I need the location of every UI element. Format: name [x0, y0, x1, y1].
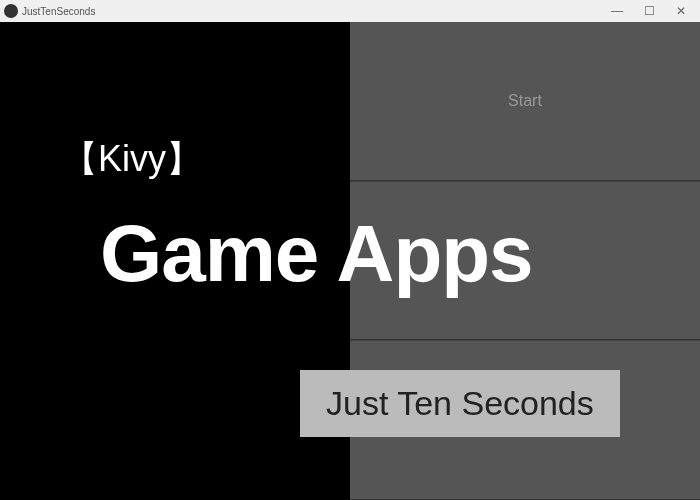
maximize-button[interactable]: ☐	[642, 4, 656, 18]
app-icon	[4, 4, 18, 18]
overlay-kivy-label: 【Kivy】	[62, 135, 202, 184]
close-button[interactable]: ✕	[674, 4, 688, 18]
menu-item-label: Start	[508, 92, 542, 110]
window-controls: — ☐ ✕	[610, 4, 696, 18]
menu-item-start[interactable]: Start	[350, 22, 700, 181]
overlay-subtitle: Just Ten Seconds	[300, 370, 620, 437]
minimize-button[interactable]: —	[610, 4, 624, 18]
window-title: JustTenSeconds	[22, 6, 610, 17]
window-titlebar: JustTenSeconds — ☐ ✕	[0, 0, 700, 22]
overlay-title: Game Apps	[100, 208, 533, 300]
